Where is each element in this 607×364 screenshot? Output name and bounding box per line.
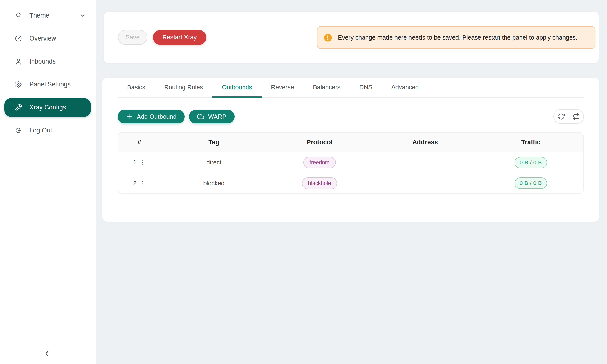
outbounds-actions-row: Add Outbound WARP: [118, 109, 584, 124]
add-outbound-button[interactable]: Add Outbound: [118, 110, 185, 123]
table-row: 2 blocked: [118, 173, 583, 193]
protocol-badge: freedom: [303, 157, 335, 168]
sidebar: Theme Overview: [0, 0, 96, 364]
column-header-tag: Tag: [161, 133, 267, 152]
restart-xray-button[interactable]: Restart Xray: [153, 30, 206, 45]
address-cell: [372, 152, 478, 173]
plus-icon: [126, 113, 133, 120]
save-button[interactable]: Save: [118, 30, 147, 45]
tab-balancers[interactable]: Balancers: [304, 78, 350, 98]
sidebar-item-inbounds[interactable]: Inbounds: [0, 50, 96, 73]
cloud-icon: [197, 113, 204, 120]
sidebar-item-label: Xray Configs: [29, 104, 66, 111]
sidebar-item-label: Inbounds: [29, 58, 56, 65]
kebab-icon: [139, 159, 145, 166]
main-content: Save Restart Xray Every change made here…: [96, 0, 607, 364]
column-header-traffic: Traffic: [478, 133, 583, 152]
sidebar-item-label: Overview: [29, 35, 56, 42]
sidebar-item-log-out[interactable]: Log Out: [0, 119, 96, 142]
tab-routing-rules[interactable]: Routing Rules: [155, 78, 212, 98]
kebab-icon: [139, 180, 145, 186]
sidebar-item-theme[interactable]: Theme: [0, 4, 96, 27]
lightbulb-icon: [15, 12, 22, 19]
tab-outbounds[interactable]: Outbounds: [212, 78, 262, 98]
user-icon: [15, 58, 22, 65]
sidebar-item-label: Panel Settings: [29, 81, 71, 88]
tab-reverse[interactable]: Reverse: [262, 78, 304, 98]
column-header-index: #: [118, 133, 161, 152]
table-tools-group: [554, 109, 584, 124]
sidebar-item-panel-settings[interactable]: Panel Settings: [0, 73, 96, 96]
sidebar-item-label: Log Out: [29, 127, 52, 134]
row-index: 1: [133, 159, 137, 166]
wrench-icon: [15, 104, 22, 111]
traffic-badge: 0 B / 0 B: [515, 178, 547, 189]
tab-basics[interactable]: Basics: [118, 78, 155, 98]
address-cell: [372, 173, 478, 193]
table-row: 1 direct: [118, 152, 583, 173]
xray-configs-card: Basics Routing Rules Outbounds Reverse B…: [102, 78, 599, 221]
chevron-left-icon: [43, 349, 53, 358]
reorder-button[interactable]: [568, 110, 583, 123]
alert-message: Every change made here needs to be saved…: [338, 32, 577, 42]
refresh-icon: [558, 113, 565, 120]
table-header-row: # Tag Protocol Address Traffic: [118, 133, 583, 152]
row-menu-button[interactable]: [138, 180, 145, 187]
warp-button[interactable]: WARP: [189, 110, 235, 123]
tag-cell: blocked: [161, 173, 267, 193]
refresh-button[interactable]: [554, 110, 568, 123]
sidebar-item-label: Theme: [29, 12, 49, 19]
tab-dns[interactable]: DNS: [350, 78, 382, 98]
dashboard-icon: [15, 35, 22, 42]
warning-icon: [324, 32, 332, 42]
restart-warning-alert: Every change made here needs to be saved…: [317, 26, 595, 49]
outbounds-table: # Tag Protocol Address Traffic 1: [118, 132, 584, 194]
logout-icon: [15, 127, 22, 134]
xray-config-tabs: Basics Routing Rules Outbounds Reverse B…: [118, 78, 584, 98]
sidebar-item-overview[interactable]: Overview: [0, 27, 96, 50]
gear-icon: [15, 81, 22, 88]
column-header-address: Address: [372, 133, 478, 152]
repeat-icon: [573, 113, 580, 120]
protocol-badge: blackhole: [302, 178, 337, 189]
chevron-down-icon: [80, 13, 86, 19]
tab-advanced[interactable]: Advanced: [382, 78, 428, 98]
tag-cell: direct: [161, 152, 267, 173]
traffic-badge: 0 B / 0 B: [515, 157, 547, 168]
sidebar-item-xray-configs[interactable]: Xray Configs: [0, 96, 96, 119]
column-header-protocol: Protocol: [267, 133, 372, 152]
sidebar-collapse-button[interactable]: [43, 348, 53, 359]
row-menu-button[interactable]: [138, 159, 145, 166]
row-index: 2: [133, 180, 137, 187]
toolbar-card: Save Restart Xray Every change made here…: [104, 12, 599, 63]
